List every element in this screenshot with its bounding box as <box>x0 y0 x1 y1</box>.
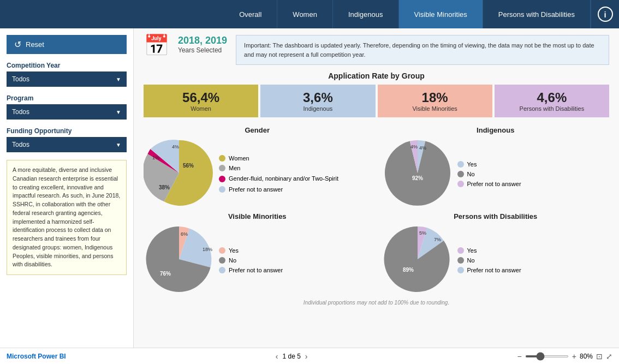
reset-label: Reset <box>26 40 44 49</box>
gender-legend-fluid: Gender-fluid, nonbinary and/or Two-Spiri… <box>219 175 338 183</box>
svg-text:5%: 5% <box>419 230 426 236</box>
competition-year-select[interactable]: Todos ▼ <box>7 71 127 87</box>
program-label: Program <box>7 94 127 102</box>
fullscreen-button[interactable]: ⤢ <box>606 352 612 361</box>
program-filter: Program Todos ▼ <box>7 94 127 120</box>
rate-card-visible: 18% Visible Minorities <box>378 85 492 117</box>
svg-text:92%: 92% <box>412 175 423 181</box>
gender-legend-prefer: Prefer not to answer <box>219 186 338 193</box>
page-info: 1 de 5 <box>282 353 300 360</box>
visible-title: Visible Minorities <box>144 212 371 220</box>
page-next-button[interactable]: › <box>305 352 308 361</box>
visible-legend: Yes No Prefer not to answer <box>219 247 283 273</box>
disabilities-chart-section: Persons with Disabilities 5% 7% 89% <box>382 212 610 296</box>
content-area: 📅 2018, 2019 Years Selected Important: T… <box>134 28 619 348</box>
indigenous-title: Indigenous <box>382 126 610 134</box>
date-info: 2018, 2019 Years Selected <box>178 35 227 54</box>
indigenous-pie: 4% 4% 92% <box>382 138 453 210</box>
rate-pct-visible: 18% <box>382 90 488 105</box>
main-layout: ↺ Reset Competition Year Todos ▼ Program… <box>0 28 619 348</box>
tab-persons-disabilities[interactable]: Persons with Disabilities <box>483 0 591 28</box>
zoom-out-button[interactable]: − <box>517 352 522 361</box>
gender-legend: Women Men Gender-fluid, nonbinary and/or… <box>219 155 338 193</box>
notice-box: Important: The dashboard is updated year… <box>236 35 609 65</box>
rate-label-indigenous: Indigenous <box>265 105 371 112</box>
rate-label-disabled: Persons with Disabilities <box>499 105 605 112</box>
program-value: Todos <box>12 108 29 116</box>
content-header: 📅 2018, 2019 Years Selected Important: T… <box>144 35 609 65</box>
gender-legend-women: Women <box>219 155 338 162</box>
svg-text:38%: 38% <box>159 184 170 190</box>
page-navigation: ‹ 1 de 5 › <box>276 352 308 361</box>
rate-pct-disabled: 4,6% <box>499 90 605 105</box>
rate-card-indigenous: 3,6% Indigenous <box>260 85 375 117</box>
info-button[interactable]: i <box>591 0 619 28</box>
charts-area: Gender 56% 38% <box>144 126 609 210</box>
tab-indigenous[interactable]: Indigenous <box>333 0 399 28</box>
gender-chart-section: Gender 56% 38% <box>144 126 371 210</box>
visible-chart-section: Visible Minorities 6% 18% 76% <box>144 212 371 296</box>
gender-legend-men: Men <box>219 165 338 171</box>
program-chevron: ▼ <box>116 109 121 115</box>
reset-arrow-icon: ↺ <box>14 39 21 50</box>
footnote: Individual proportions may not add to 10… <box>144 300 609 306</box>
zoom-slider[interactable] <box>525 355 569 357</box>
funding-opportunity-value: Todos <box>12 141 29 148</box>
rate-label-visible: Visible Minorities <box>382 105 488 112</box>
svg-text:89%: 89% <box>403 267 414 273</box>
funding-opportunity-label: Funding Opportunity <box>7 127 127 135</box>
disabilities-legend: Yes No Prefer not to answer <box>457 247 521 273</box>
svg-text:4%: 4% <box>172 144 179 150</box>
disabilities-pie: 5% 7% 89% <box>382 224 453 296</box>
svg-text:18%: 18% <box>203 247 212 252</box>
gender-title: Gender <box>144 126 371 134</box>
svg-text:4%: 4% <box>410 144 418 150</box>
page-prev-button[interactable]: ‹ <box>276 352 278 361</box>
svg-text:1%: 1% <box>152 155 159 160</box>
fit-page-button[interactable]: ⊡ <box>596 352 603 361</box>
rate-label-women: Women <box>148 105 254 112</box>
application-rate-title: Application Rate by Group <box>144 71 609 80</box>
program-select[interactable]: Todos ▼ <box>7 104 127 120</box>
funding-opportunity-select[interactable]: Todos ▼ <box>7 137 127 152</box>
svg-text:76%: 76% <box>160 271 171 277</box>
charts-area-2: Visible Minorities 6% 18% 76% <box>144 212 609 296</box>
years-label: Years Selected <box>178 46 227 54</box>
competition-year-value: Todos <box>12 75 29 83</box>
svg-text:56%: 56% <box>183 163 194 169</box>
visible-pie: 6% 18% 76% <box>144 224 215 296</box>
svg-text:4%: 4% <box>419 145 426 151</box>
bottom-bar: Microsoft Power BI ‹ 1 de 5 › − + 80% ⊡ … <box>0 348 619 364</box>
zoom-level: 80% <box>580 353 593 360</box>
indigenous-legend: Yes No Prefer not to answer <box>457 161 521 187</box>
tab-overall[interactable]: Overall <box>224 0 277 28</box>
sidebar: ↺ Reset Competition Year Todos ▼ Program… <box>0 28 134 348</box>
funding-opportunity-filter: Funding Opportunity Todos ▼ <box>7 127 127 152</box>
zoom-in-button[interactable]: + <box>572 352 576 361</box>
date-year: 2018, 2019 <box>178 35 227 46</box>
rate-card-disabled: 4,6% Persons with Disabilities <box>495 85 609 117</box>
competition-year-label: Competition Year <box>7 62 127 69</box>
calendar-icon: 📅 <box>144 35 169 56</box>
tab-women[interactable]: Women <box>277 0 333 28</box>
zoom-controls: − + 80% ⊡ ⤢ <box>517 352 612 361</box>
funding-opportunity-chevron: ▼ <box>116 142 121 148</box>
rate-pct-women: 56,4% <box>148 90 254 105</box>
powerbi-link[interactable]: Microsoft Power BI <box>7 353 66 360</box>
tab-visible-minorities[interactable]: Visible Minorities <box>399 0 483 28</box>
disabilities-title: Persons with Disabilities <box>382 212 610 220</box>
indigenous-chart-section: Indigenous 4% 4% 92% <box>382 126 610 210</box>
sidebar-info-box: A more equitable, diverse and inclusive … <box>7 160 127 275</box>
top-nav: Overall Women Indigenous Visible Minorit… <box>0 0 619 28</box>
competition-year-chevron: ▼ <box>116 76 121 82</box>
reset-button[interactable]: ↺ Reset <box>7 35 127 54</box>
rate-pct-indigenous: 3,6% <box>265 90 371 105</box>
rate-cards: 56,4% Women 3,6% Indigenous 18% Visible … <box>144 85 609 117</box>
svg-text:6%: 6% <box>181 231 188 237</box>
info-icon: i <box>598 7 613 22</box>
rate-card-women: 56,4% Women <box>144 85 258 117</box>
gender-pie: 56% 38% 4% 1% <box>144 138 215 210</box>
competition-year-filter: Competition Year Todos ▼ <box>7 62 127 87</box>
svg-text:7%: 7% <box>434 237 441 242</box>
